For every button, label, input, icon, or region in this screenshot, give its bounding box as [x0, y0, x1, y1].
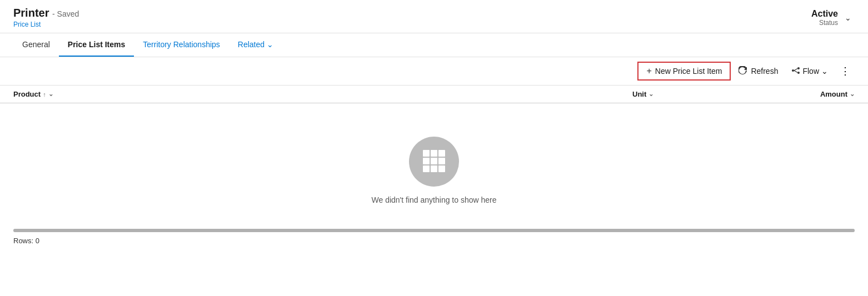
- flow-button[interactable]: Flow ⌄: [786, 63, 834, 80]
- record-name: Printer: [13, 7, 49, 19]
- saved-label: - Saved: [52, 9, 79, 18]
- unit-chevron-icon[interactable]: ⌄: [648, 91, 654, 98]
- record-info: Printer - Saved Price List: [13, 7, 79, 28]
- more-options-button[interactable]: ⋮: [836, 63, 855, 79]
- record-title: Printer - Saved: [13, 7, 79, 19]
- svg-rect-13: [438, 165, 445, 172]
- header-right: Active Status ⌄: [811, 9, 855, 27]
- page-header: Printer - Saved Price List Active Status…: [0, 0, 868, 33]
- empty-state-icon-circle: [409, 137, 459, 187]
- svg-rect-10: [438, 158, 445, 164]
- column-header-product: Product ↑ ⌄: [13, 90, 632, 98]
- tab-territory-relationships[interactable]: Territory Relationships: [134, 33, 229, 57]
- new-item-label: New Price List Item: [655, 67, 722, 76]
- column-header-unit: Unit ⌄: [632, 90, 744, 98]
- navigation-tabs: General Price List Items Territory Relat…: [0, 33, 868, 57]
- footer: Rows: 0: [0, 232, 868, 249]
- svg-rect-7: [438, 150, 445, 157]
- svg-rect-5: [423, 150, 430, 157]
- svg-rect-9: [431, 158, 437, 164]
- active-status: Active Status: [811, 9, 838, 27]
- svg-rect-8: [423, 158, 430, 164]
- refresh-button[interactable]: Refresh: [733, 63, 784, 80]
- svg-line-3: [794, 68, 797, 71]
- unit-column-label: Unit: [632, 90, 646, 98]
- tab-related-label: Related: [238, 40, 265, 49]
- svg-rect-11: [423, 165, 430, 172]
- status-chevron-button[interactable]: ⌄: [841, 11, 855, 24]
- more-icon: ⋮: [840, 66, 850, 77]
- plus-icon: +: [646, 66, 651, 76]
- empty-state-message: We didn't find anything to show here: [372, 195, 497, 204]
- table-header: Product ↑ ⌄ Unit ⌄ Amount ⌄: [0, 86, 868, 103]
- sort-asc-icon: ↑: [43, 91, 46, 98]
- product-chevron-icon[interactable]: ⌄: [48, 91, 53, 98]
- chevron-down-icon: ⌄: [267, 40, 273, 49]
- svg-rect-6: [431, 150, 437, 157]
- tab-price-list-items[interactable]: Price List Items: [59, 33, 134, 57]
- rows-count: Rows: 0: [13, 237, 39, 245]
- svg-rect-12: [431, 165, 437, 172]
- scrollbar-thumb[interactable]: [13, 229, 855, 232]
- empty-state: We didn't find anything to show here: [0, 103, 868, 227]
- svg-point-0: [792, 69, 794, 72]
- svg-point-2: [797, 72, 800, 74]
- status-value: Active: [811, 9, 838, 19]
- scrollbar-track[interactable]: [13, 229, 855, 232]
- scrollbar-area: [0, 229, 868, 232]
- amount-chevron-icon[interactable]: ⌄: [850, 91, 855, 98]
- product-column-label: Product: [13, 90, 41, 98]
- flow-chevron-icon: ⌄: [821, 67, 828, 76]
- status-label: Status: [811, 19, 838, 27]
- refresh-label: Refresh: [751, 67, 778, 76]
- column-header-amount: Amount ⌄: [744, 90, 855, 98]
- svg-point-1: [797, 67, 800, 69]
- grid-icon: [420, 147, 448, 177]
- svg-line-4: [794, 71, 797, 73]
- flow-label: Flow: [802, 67, 819, 76]
- flow-icon: [791, 66, 800, 77]
- tab-general[interactable]: General: [13, 33, 59, 57]
- toolbar: + New Price List Item Refresh Flow ⌄ ⋮: [0, 57, 868, 86]
- record-type: Price List: [13, 21, 79, 28]
- refresh-icon: [739, 66, 747, 77]
- tab-related[interactable]: Related ⌄: [229, 33, 282, 57]
- amount-column-label: Amount: [820, 90, 847, 98]
- new-price-list-item-button[interactable]: + New Price List Item: [637, 62, 731, 81]
